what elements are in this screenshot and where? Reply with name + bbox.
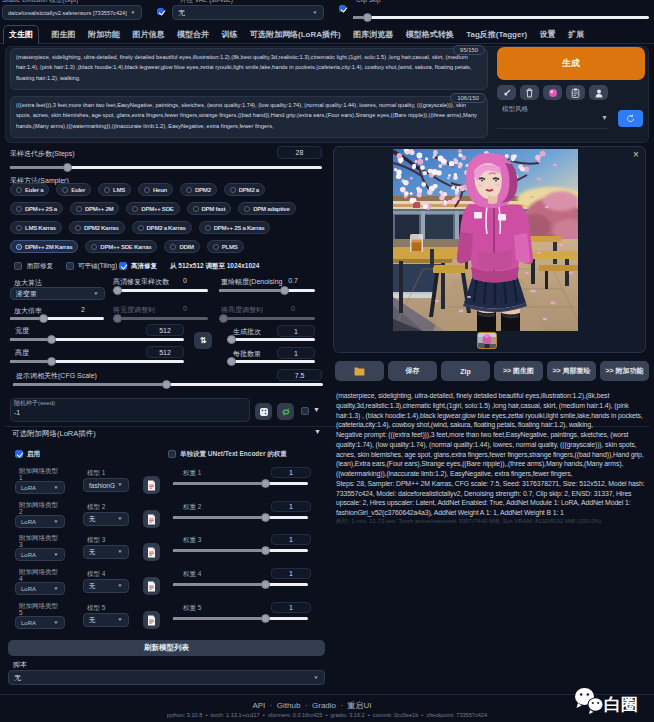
svg-text:白圈: 白圈 (604, 695, 638, 714)
